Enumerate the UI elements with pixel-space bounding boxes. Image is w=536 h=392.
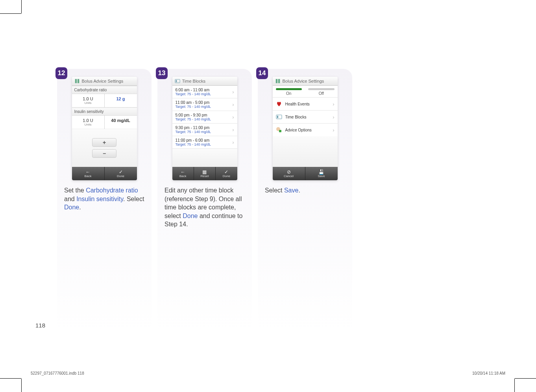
crop-mark	[21, 379, 22, 392]
step-badge-13: 13	[156, 67, 168, 79]
step-14-caption: Select Save.	[265, 186, 345, 195]
ins-units-value: 1.0 U	[83, 118, 93, 123]
health-events-row[interactable]: Health Events ›	[273, 97, 338, 110]
back-arrow-icon: ←	[86, 170, 91, 174]
chevron-right-icon: ›	[333, 114, 334, 120]
carb-units-label: Units	[74, 101, 103, 105]
stepper-area: + −	[72, 129, 137, 167]
on-off-toggle[interactable]: On Off	[273, 86, 338, 97]
empty-area	[172, 149, 237, 167]
svg-rect-1	[77, 79, 79, 83]
chevron-right-icon: ›	[333, 101, 334, 107]
time-block-row[interactable]: 5:00 pm - 9:30 pmTarget: 75 - 140 mg/dL …	[172, 111, 237, 124]
empty-area	[273, 136, 338, 167]
screen-title: Time Blocks	[182, 79, 206, 83]
save-icon: 💾	[318, 170, 324, 174]
cancel-icon: ⊘	[287, 170, 291, 174]
minus-button[interactable]: −	[92, 149, 116, 158]
carb-grams-value: 12 g	[116, 96, 125, 101]
advice-options-icon	[276, 127, 282, 133]
crop-mark	[21, 0, 22, 13]
svg-rect-3	[176, 80, 177, 82]
phone-screenshot-14: Bolus Advice Settings On Off Health Even…	[273, 77, 338, 180]
carb-ratio-label: Carbohydrate ratio	[72, 86, 137, 94]
step-12-caption: Set the Carbohydrate ratio and Insulin s…	[64, 186, 144, 212]
chevron-right-icon: ›	[333, 127, 334, 133]
time-block-row[interactable]: 9:30 pm - 11:00 pmTarget: 75 - 140 mg/dL…	[172, 124, 237, 136]
time-blocks-row[interactable]: Time Blocks ›	[273, 110, 338, 123]
time-blocks-icon	[175, 78, 180, 84]
toggle-on-bar	[276, 88, 302, 90]
ins-units-label: Units	[74, 123, 103, 126]
menu-label: Health Events	[285, 102, 310, 106]
crop-mark	[0, 378, 21, 379]
crop-mark	[0, 13, 21, 14]
screen-footer: ⊘ Cancel 💾 Save	[273, 167, 338, 180]
chevron-right-icon: ›	[232, 127, 234, 133]
step-14-column: 14 Bolus Advice Settings On Off	[258, 69, 352, 335]
svg-rect-0	[75, 79, 76, 83]
screen-header: Time Blocks	[172, 77, 237, 86]
print-footer-left: 52297_07167776001.indb 118	[31, 371, 84, 375]
chevron-right-icon: ›	[232, 139, 234, 145]
check-icon: ✓	[224, 170, 228, 174]
screen-footer: ← Back ▦ Reset ✓ Done	[172, 167, 237, 180]
check-icon: ✓	[119, 170, 123, 174]
ins-mgdl-value: 40 mg/dL	[111, 118, 130, 123]
step-badge-14: 14	[256, 67, 268, 79]
screen-title: Bolus Advice Settings	[283, 79, 324, 83]
back-button[interactable]: ← Back	[72, 167, 105, 180]
insulin-sens-label: Insulin sensitivity	[72, 107, 137, 116]
advice-options-row[interactable]: Advice Options ›	[273, 123, 338, 136]
toggle-off-label: Off	[319, 91, 324, 96]
grid-icon: ▦	[202, 170, 207, 174]
svg-rect-7	[277, 116, 278, 118]
screen-title: Bolus Advice Settings	[82, 79, 124, 83]
phone-screenshot-13: Time Blocks 6:00 am - 11:00 amTarget: 75…	[172, 77, 237, 180]
reset-button[interactable]: ▦ Reset	[194, 167, 216, 180]
step-badge-12: 12	[55, 67, 67, 79]
heart-icon	[276, 101, 282, 107]
page-number: 118	[35, 322, 45, 329]
time-block-row[interactable]: 11:00 am - 5:00 pmTarget: 75 - 140 mg/dL…	[172, 98, 237, 111]
menu-label: Time Blocks	[285, 115, 307, 119]
insulin-sens-row[interactable]: 1.0 U Units 40 mg/dL	[72, 116, 137, 129]
crop-mark	[514, 379, 515, 392]
menu-label: Advice Options	[285, 128, 312, 132]
toggle-on-label: On	[286, 91, 291, 96]
plus-button[interactable]: +	[92, 138, 116, 147]
carb-units-value: 1.0 U	[83, 96, 93, 101]
toggle-off-bar	[308, 88, 335, 90]
carb-ratio-row[interactable]: 1.0 U Units 12 g	[72, 94, 137, 107]
time-block-row[interactable]: 11:00 pm - 6:00 amTarget: 75 - 140 mg/dL…	[172, 136, 237, 149]
screen-header: Bolus Advice Settings	[273, 77, 338, 86]
phone-screenshot-12: Bolus Advice Settings Carbohydrate ratio…	[72, 77, 137, 180]
save-button[interactable]: 💾 Save	[305, 167, 338, 180]
chevron-right-icon: ›	[232, 89, 234, 95]
back-button[interactable]: ← Back	[172, 167, 194, 180]
svg-rect-5	[278, 79, 279, 83]
step-12-column: 12 Bolus Advice Settings Carbohydrate ra…	[57, 69, 152, 335]
cancel-button[interactable]: ⊘ Cancel	[273, 167, 305, 180]
svg-rect-4	[275, 79, 277, 83]
step-13-caption: Edit any other time block (reference Ste…	[164, 186, 245, 229]
chevron-right-icon: ›	[232, 114, 234, 120]
chevron-right-icon: ›	[232, 102, 234, 107]
back-arrow-icon: ←	[181, 170, 185, 174]
screen-header: Bolus Advice Settings	[72, 77, 137, 86]
time-block-row[interactable]: 6:00 am - 11:00 amTarget: 75 - 140 mg/dL…	[172, 86, 237, 98]
time-blocks-icon	[276, 114, 282, 120]
done-button[interactable]: ✓ Done	[105, 167, 137, 180]
settings-icon	[74, 78, 80, 84]
screen-footer: ← Back ✓ Done	[72, 167, 137, 180]
settings-icon	[275, 78, 281, 84]
step-13-column: 13 Time Blocks 6:00 am - 11:00 amTarget:…	[157, 69, 252, 335]
print-footer-right: 10/20/14 11:18 AM	[472, 371, 505, 375]
crop-mark	[515, 378, 536, 379]
done-button[interactable]: ✓ Done	[216, 167, 237, 180]
svg-rect-9	[279, 130, 281, 132]
